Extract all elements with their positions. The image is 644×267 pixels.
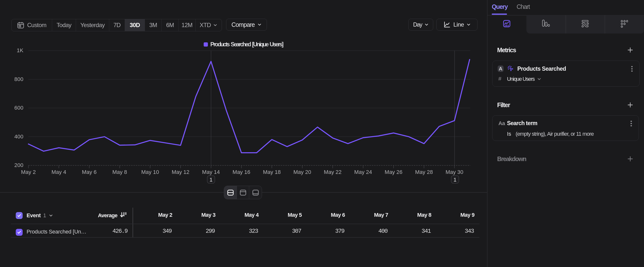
- svg-text:May 22: May 22: [324, 169, 342, 175]
- svg-text:May 30: May 30: [446, 169, 463, 175]
- svg-text:May 28: May 28: [415, 169, 433, 175]
- svg-text:May 14: May 14: [202, 169, 220, 175]
- svg-text:May 18: May 18: [263, 169, 281, 175]
- svg-text:1: 1: [210, 177, 212, 183]
- svg-text:May 6: May 6: [82, 169, 97, 175]
- svg-text:400: 400: [14, 134, 23, 140]
- svg-text:May 20: May 20: [294, 169, 311, 175]
- svg-text:May 26: May 26: [385, 169, 402, 175]
- svg-text:600: 600: [14, 105, 23, 111]
- svg-text:800: 800: [14, 76, 23, 82]
- svg-text:May 24: May 24: [354, 169, 372, 175]
- svg-text:May 10: May 10: [141, 169, 159, 175]
- svg-text:May 2: May 2: [21, 169, 36, 175]
- svg-text:200: 200: [14, 162, 23, 168]
- svg-text:May 4: May 4: [52, 169, 66, 175]
- svg-text:1: 1: [454, 177, 456, 183]
- svg-text:May 12: May 12: [172, 169, 190, 175]
- svg-text:May 16: May 16: [232, 169, 250, 175]
- svg-text:May 8: May 8: [112, 169, 127, 175]
- svg-text:1K: 1K: [17, 47, 23, 54]
